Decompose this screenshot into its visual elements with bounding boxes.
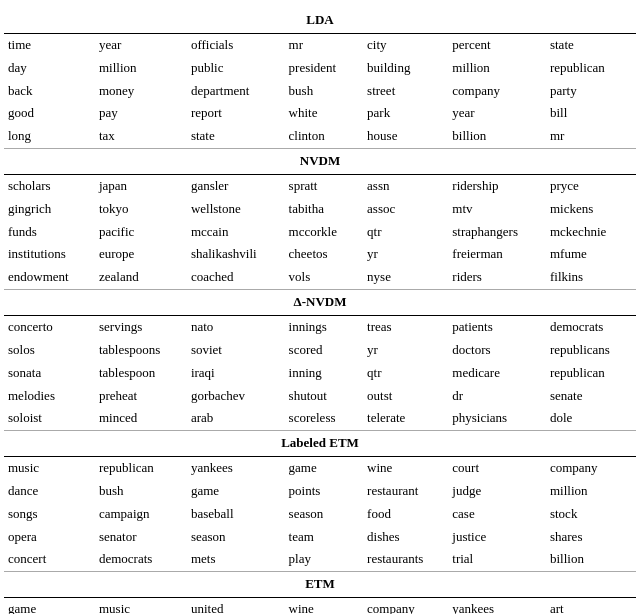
list-item: vols (285, 266, 364, 289)
list-item: nyse (363, 266, 448, 289)
list-item: shalikashvili (187, 243, 285, 266)
table-row: longtaxstateclintonhousebillionmr (4, 125, 636, 148)
list-item: assn (363, 174, 448, 197)
list-item: dr (448, 385, 546, 408)
section-title-2: Δ-NVDM (4, 290, 636, 316)
list-item: billion (546, 548, 636, 571)
list-item: tokyo (95, 198, 187, 221)
list-item: building (363, 57, 448, 80)
table-row: concertoservingsnatoinningstreaspatients… (4, 315, 636, 338)
list-item: officials (187, 33, 285, 56)
list-item: gansler (187, 174, 285, 197)
list-item: year (448, 102, 546, 125)
table-row: melodiespreheatgorbachevshutoutoutstdrse… (4, 385, 636, 408)
list-item: department (187, 80, 285, 103)
list-item: physicians (448, 407, 546, 430)
list-item: democrats (95, 548, 187, 571)
list-item: mccorkle (285, 221, 364, 244)
list-item: minced (95, 407, 187, 430)
list-item: game (4, 598, 95, 614)
list-item: report (187, 102, 285, 125)
list-item: nato (187, 315, 285, 338)
list-item: day (4, 57, 95, 80)
table-row: gingrichtokyowellstonetabithaassocmtvmic… (4, 198, 636, 221)
list-item: europe (95, 243, 187, 266)
list-item: qtr (363, 221, 448, 244)
list-item: dole (546, 407, 636, 430)
table-row: gamemusicunitedwinecompanyyankeesart (4, 598, 636, 614)
list-item: tabitha (285, 198, 364, 221)
list-item: year (95, 33, 187, 56)
list-item: food (363, 503, 448, 526)
list-item: mckechnie (546, 221, 636, 244)
main-container: LDAtimeyearofficialsmrcitypercentstateda… (0, 0, 640, 614)
list-item: japan (95, 174, 187, 197)
list-item: tablespoon (95, 362, 187, 385)
list-item: president (285, 57, 364, 80)
list-item: endowment (4, 266, 95, 289)
table-row: daymillionpublicpresidentbuildingmillion… (4, 57, 636, 80)
list-item: music (4, 457, 95, 480)
list-item: dishes (363, 526, 448, 549)
list-item: music (95, 598, 187, 614)
table-row: sonatatablespooniraqiinningqtrmedicarere… (4, 362, 636, 385)
table-row: backmoneydepartmentbushstreetcompanypart… (4, 80, 636, 103)
list-item: republicans (546, 339, 636, 362)
list-item: wine (285, 598, 364, 614)
list-item: republican (546, 57, 636, 80)
section-title-0: LDA (4, 8, 636, 33)
table-row: endowmentzealandcoachedvolsnyseridersfil… (4, 266, 636, 289)
list-item: company (448, 80, 546, 103)
list-item: spratt (285, 174, 364, 197)
list-item: bush (95, 480, 187, 503)
list-item: restaurants (363, 548, 448, 571)
list-item: yankees (448, 598, 546, 614)
list-item: company (546, 457, 636, 480)
table-row: soloistmincedarabscorelessteleratephysic… (4, 407, 636, 430)
list-item: mickens (546, 198, 636, 221)
list-item: freierman (448, 243, 546, 266)
list-item: soviet (187, 339, 285, 362)
list-item: concert (4, 548, 95, 571)
list-item: united (187, 598, 285, 614)
list-item: million (95, 57, 187, 80)
list-item: straphangers (448, 221, 546, 244)
list-item: mr (546, 125, 636, 148)
list-item: tax (95, 125, 187, 148)
list-item: justice (448, 526, 546, 549)
list-item: game (187, 480, 285, 503)
list-item: assoc (363, 198, 448, 221)
list-item: bush (285, 80, 364, 103)
list-item: back (4, 80, 95, 103)
list-item: tablespoons (95, 339, 187, 362)
list-item: mr (285, 33, 364, 56)
list-item: outst (363, 385, 448, 408)
list-item: billion (448, 125, 546, 148)
list-item: million (448, 57, 546, 80)
list-item: arab (187, 407, 285, 430)
list-item: doctors (448, 339, 546, 362)
list-item: yr (363, 339, 448, 362)
list-item: cheetos (285, 243, 364, 266)
list-item: wine (363, 457, 448, 480)
list-item: republican (546, 362, 636, 385)
list-item: trial (448, 548, 546, 571)
list-item: points (285, 480, 364, 503)
table-row: songscampaignbaseballseasonfoodcasestock (4, 503, 636, 526)
list-item: season (285, 503, 364, 526)
list-item: concerto (4, 315, 95, 338)
section-header-0: LDA (4, 8, 636, 33)
list-item: public (187, 57, 285, 80)
list-item: city (363, 33, 448, 56)
list-item: scoreless (285, 407, 364, 430)
table-row: institutionseuropeshalikashvilicheetosyr… (4, 243, 636, 266)
list-item: pay (95, 102, 187, 125)
list-item: zealand (95, 266, 187, 289)
list-item: scholars (4, 174, 95, 197)
table-row: timeyearofficialsmrcitypercentstate (4, 33, 636, 56)
list-item: percent (448, 33, 546, 56)
list-item: opera (4, 526, 95, 549)
list-item: mfume (546, 243, 636, 266)
list-item: inning (285, 362, 364, 385)
list-item: dance (4, 480, 95, 503)
